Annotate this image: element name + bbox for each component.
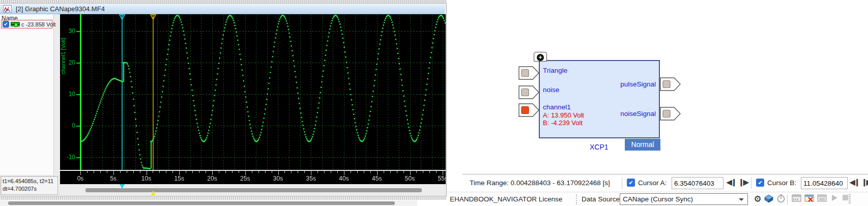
cursor-b-checkbox[interactable]: ✔ bbox=[756, 179, 764, 187]
input-label-triangle: Triangle bbox=[543, 67, 567, 74]
signal-name-panel: Name ✔ c -23.858 Volt bbox=[0, 14, 54, 175]
channel1-cursor-b-value: B: -4.239 Volt bbox=[543, 119, 583, 127]
plot-horizontal-scrollbar[interactable] bbox=[60, 184, 446, 195]
settings-gear-icon[interactable]: ⚙ bbox=[753, 194, 763, 204]
cursor-b-step-back-button[interactable]: ◀❙ bbox=[850, 178, 859, 186]
separator bbox=[622, 178, 622, 189]
measurement-window-icon[interactable] bbox=[791, 194, 801, 204]
cursor-b-step-forward-button[interactable]: ❙▶ bbox=[861, 178, 868, 186]
timer-icon[interactable] bbox=[776, 194, 786, 204]
cursor-status-bar: Time Range: 0.004288403 - 63.170922468 [… bbox=[447, 174, 868, 192]
signal-style-icon bbox=[11, 22, 20, 26]
separator bbox=[576, 194, 577, 204]
signal-value-label: c -23.858 Volt bbox=[21, 21, 55, 27]
waveform-canvas[interactable] bbox=[60, 14, 446, 184]
plot-scrollbar-thumb[interactable] bbox=[85, 188, 422, 192]
graphic-window-icon bbox=[3, 5, 12, 13]
block-name-label: XCP1 bbox=[590, 143, 609, 151]
input-port-noise[interactable] bbox=[518, 85, 539, 99]
chevron-down-icon bbox=[739, 198, 744, 201]
cursor-b-label: Cursor B: bbox=[767, 179, 796, 187]
output-label-noisesignal: noiseSignal bbox=[620, 110, 656, 117]
plus-icon: + bbox=[537, 54, 544, 61]
input-port-triangle[interactable] bbox=[518, 66, 539, 80]
separator bbox=[751, 178, 751, 189]
window-edge-texture-bottom bbox=[0, 196, 447, 200]
toolbar-grip[interactable] bbox=[849, 194, 851, 203]
output-port-pulsesignal[interactable] bbox=[660, 77, 681, 91]
window-edge-texture bbox=[0, 0, 447, 4]
input-label-noise: noise bbox=[543, 86, 559, 94]
cursor-a-marker[interactable] bbox=[120, 184, 125, 189]
cursor-a-step-back-button[interactable]: ◀❙ bbox=[727, 178, 736, 186]
window-title: [2] Graphic CANape9304.MF4 bbox=[16, 5, 105, 13]
signal-visibility-checkbox[interactable]: ✔ bbox=[3, 21, 9, 27]
datasource-bar: EHANDBOOK_NAVIGATOR License Data Source:… bbox=[447, 192, 868, 206]
cursor-b-marker[interactable] bbox=[151, 191, 156, 195]
data-source-dropdown[interactable]: CANape (Cursor Sync) bbox=[620, 193, 748, 205]
workspace-horizontal-scrollbar[interactable] bbox=[0, 200, 417, 206]
data-source-label: Data Source: bbox=[582, 195, 622, 203]
add-port-button[interactable]: + bbox=[534, 52, 547, 62]
license-label: EHANDBOOK_NAVIGATOR License bbox=[450, 195, 562, 203]
waveform-plot-area[interactable] bbox=[60, 14, 446, 184]
output-label-pulsesignal: pulseSignal bbox=[620, 80, 656, 88]
output-port-noisesignal[interactable] bbox=[660, 107, 681, 121]
time-range-label: Time Range: 0.004288403 - 63.170922468 [… bbox=[470, 179, 610, 187]
cursor-a-label: Cursor A: bbox=[638, 179, 667, 187]
mode-badge[interactable]: Normal bbox=[625, 139, 660, 151]
remove-measurement-icon[interactable] bbox=[804, 194, 814, 204]
measurement-config-icon[interactable] bbox=[817, 194, 827, 204]
cursor-delta-text: dt=4.700207s bbox=[3, 185, 57, 193]
input-label-channel1: channel1 bbox=[543, 103, 571, 111]
cursor-times-text: t1=6.454085s, t2=11 bbox=[3, 178, 57, 185]
cursor-status-box: t1=6.454085s, t2=11 dt=4.700207s bbox=[1, 176, 58, 195]
model-cube-icon[interactable] bbox=[764, 194, 774, 204]
cursor-b-input[interactable] bbox=[801, 177, 848, 189]
graphic-window: [2] Graphic CANape9304.MF4 Name ✔ c -23.… bbox=[0, 0, 447, 200]
cursor-a-step-forward-button[interactable]: ❙▶ bbox=[738, 178, 748, 186]
channel1-cursor-a-value: A: 13.950 Volt bbox=[543, 111, 584, 119]
cursor-a-checkbox[interactable]: ✔ bbox=[627, 179, 635, 187]
cursor-a-input[interactable] bbox=[672, 177, 724, 189]
input-port-channel1[interactable] bbox=[518, 103, 539, 117]
workspace-scrollbar-thumb[interactable] bbox=[8, 201, 395, 205]
play-icon[interactable] bbox=[829, 194, 840, 204]
signal-list-row[interactable]: ✔ c -23.858 Volt bbox=[1, 20, 52, 28]
separator bbox=[787, 194, 788, 204]
model-view-pane: + Triangle noise channel1 A: 13.950 Volt… bbox=[447, 0, 868, 206]
graphic-window-titlebar[interactable]: [2] Graphic CANape9304.MF4 bbox=[0, 4, 445, 14]
data-source-value: CANape (Cursor Sync) bbox=[623, 195, 693, 203]
